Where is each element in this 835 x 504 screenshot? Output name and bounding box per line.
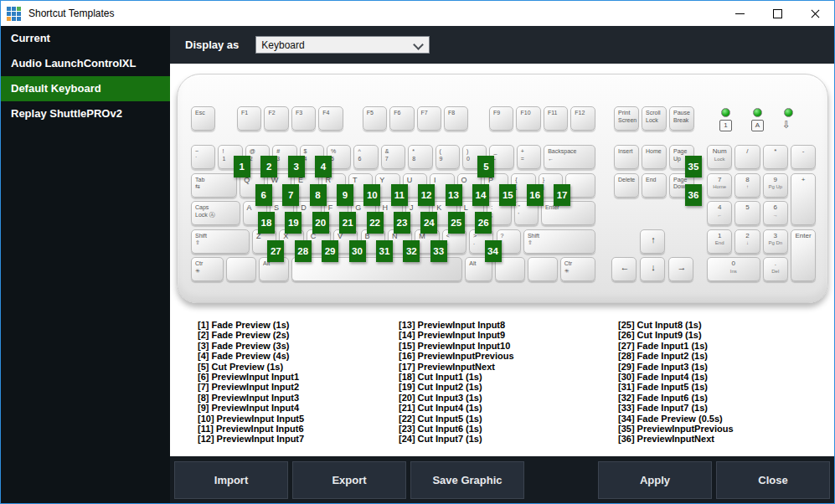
key-label: F3 <box>296 110 313 117</box>
sidebar-item-audio-launchcontrolxl[interactable]: Audio LaunchControlXL <box>1 51 170 76</box>
key-delete: Delete <box>614 173 639 198</box>
key-f6: F6 <box>389 106 414 131</box>
window-controls <box>721 1 834 26</box>
key-label: Lock Ⓐ <box>195 212 238 219</box>
key-label: Enter <box>791 233 815 240</box>
shortcut-entry: [29] Fade Input3 (1s) <box>618 362 734 372</box>
sidebar-item-current[interactable]: Current <box>1 26 170 51</box>
key-label: O <box>461 177 479 184</box>
key-label: ⇧ <box>195 239 247 247</box>
save-graphic-button[interactable]: Save Graphic <box>410 461 524 499</box>
key-label: 7 <box>385 156 403 163</box>
badge-18: 18 <box>258 212 275 234</box>
key-label: 8 <box>412 156 430 163</box>
shortcut-entry: [21] Cut Input4 (1s) <box>399 403 618 413</box>
key-home: Home <box>642 145 667 169</box>
key-ctr: Ctr✳ <box>560 257 595 281</box>
key-sym: + <box>791 173 816 226</box>
shortcut-entry: [23] Cut Input6 (1s) <box>399 424 618 434</box>
key-label: . <box>764 260 787 268</box>
key-label: 8 <box>735 177 759 184</box>
key-f5: F5 <box>363 106 387 131</box>
badge-17: 17 <box>554 184 570 206</box>
key-label: 3 <box>764 233 787 240</box>
badge-28: 28 <box>295 240 312 262</box>
key-label: { <box>515 177 533 184</box>
apply-button[interactable]: Apply <box>598 461 712 499</box>
key-label: ! <box>222 148 240 156</box>
led-indicator <box>784 108 793 117</box>
maximize-button[interactable] <box>759 1 796 26</box>
display-as-dropdown[interactable]: Keyboard <box>255 36 430 54</box>
key-label: Caps <box>195 204 238 212</box>
key-label: - <box>791 148 815 156</box>
key-9pgup: 9Pg Up <box>763 173 788 198</box>
badge-2: 2 <box>260 156 277 177</box>
badge-34: 34 <box>485 240 502 262</box>
key-shift: Shift⇧ <box>191 229 250 254</box>
sidebar-item-replay-shuttleprov2[interactable]: Replay ShuttlePROv2 <box>1 101 170 126</box>
key-label: & <box>385 148 403 156</box>
badge-5: 5 <box>477 156 494 177</box>
key-f11: F11 <box>544 106 568 131</box>
key-label: Pause <box>673 110 692 117</box>
key-label: ⇧ <box>528 239 593 247</box>
key-label: Shift <box>528 233 593 240</box>
key-label: 1 <box>708 233 731 240</box>
shortcut-entry: [24] Cut Input7 (1s) <box>399 434 618 444</box>
badge-10: 10 <box>363 184 380 206</box>
window-body: CurrentAudio LaunchControlXLDefault Keyb… <box>1 26 834 504</box>
key-label: 7 <box>708 177 731 184</box>
key-label: 5 <box>735 204 759 212</box>
shortcut-entry: [6] PreviewInput Input1 <box>198 372 399 382</box>
badge-26: 26 <box>475 212 492 234</box>
key-end: End <box>642 173 667 198</box>
key-label: Ctr <box>564 260 593 268</box>
shortcut-entry: [2] Fade Preview (2s) <box>198 330 399 340</box>
key-8: 8↑ <box>734 173 760 198</box>
shortcut-entry: [7] PreviewInput Input2 <box>198 382 399 392</box>
key-f8: F8 <box>444 106 468 131</box>
key-label: Ctr <box>195 260 221 268</box>
key-label: F12 <box>575 110 592 117</box>
close-button[interactable] <box>796 1 834 26</box>
key-label: Home <box>646 148 664 156</box>
key-label: End <box>646 177 664 184</box>
key-0ins: 0Ins <box>707 257 760 281</box>
key-label: 9 <box>764 177 787 184</box>
shortcut-entry: [20] Cut Input3 (1s) <box>399 393 618 403</box>
key-label: 2 <box>735 233 759 240</box>
badge-9: 9 <box>337 184 353 206</box>
key-label: Page <box>673 148 692 156</box>
key-label: ✳ <box>564 268 593 275</box>
badge-3: 3 <box>288 156 305 177</box>
shortcut-entry: [27] Fade Input1 (1s) <box>618 341 734 351</box>
export-button[interactable]: Export <box>292 461 406 499</box>
key-scrolllock: ScrollLock <box>642 106 667 131</box>
led-indicator <box>721 108 730 117</box>
key-arrow-down: ↓ <box>640 257 665 281</box>
import-button[interactable]: Import <box>174 461 288 499</box>
key-label: 6 <box>764 204 787 212</box>
shortcut-entry: [35] PreviewInputPrevious <box>618 424 734 434</box>
key-label: = <box>521 156 539 163</box>
led-caps-lock-icon: A <box>751 120 764 131</box>
key-sym: += <box>517 145 541 169</box>
key-label: 0 <box>708 260 760 268</box>
key-9: (9 <box>436 145 460 169</box>
key-label: Break <box>673 117 692 125</box>
key-label: Home <box>708 183 731 191</box>
led-num-lock-icon: 1 <box>719 120 732 131</box>
badge-11: 11 <box>391 184 408 206</box>
key-8: *8 <box>408 145 432 169</box>
key-label: ↑ <box>735 183 759 191</box>
badge-12: 12 <box>418 184 435 206</box>
minimize-button[interactable] <box>721 1 759 26</box>
badge-6: 6 <box>255 184 272 206</box>
key-label: Scroll <box>646 110 664 117</box>
display-as-label: Display as <box>185 39 239 51</box>
close-button[interactable]: Close <box>716 461 830 499</box>
sidebar-item-default-keyboard[interactable]: Default Keyboard <box>1 76 170 101</box>
key-label: Delete <box>618 177 637 184</box>
key-printscreen: PrintScreen <box>614 106 639 131</box>
